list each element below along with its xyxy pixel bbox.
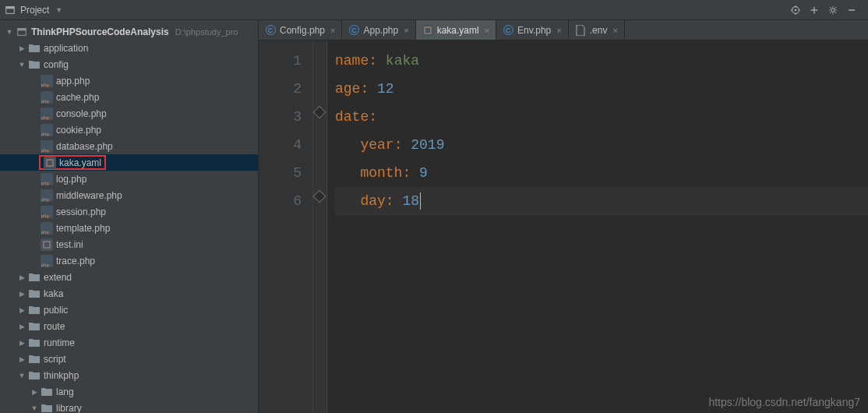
tree-file[interactable]: cache.php — [0, 89, 258, 105]
project-tree: ▼ ThinkPHPSourceCodeAnalysis D:\phpstudy… — [0, 20, 258, 413]
tab-kaka-yaml[interactable]: kaka.yaml × — [416, 20, 496, 40]
php-class-icon: C — [503, 25, 513, 36]
code-line: date: — [335, 103, 868, 131]
php-class-icon: C — [348, 25, 359, 36]
folder-icon — [28, 369, 41, 382]
ini-file-icon — [41, 238, 53, 251]
tree-folder-thinkphp[interactable]: ▼thinkphp — [0, 367, 258, 383]
svg-point-3 — [795, 9, 797, 11]
tree-folder-kaka[interactable]: ▶kaka — [0, 285, 258, 302]
line-number: 4 — [259, 131, 302, 159]
chevron-down-icon[interactable]: ▼ — [17, 61, 26, 69]
chevron-right-icon[interactable]: ▶ — [17, 339, 26, 347]
tab-env-php[interactable]: C Env.php × — [496, 20, 569, 40]
folder-icon — [41, 386, 53, 398]
close-icon[interactable]: × — [485, 26, 489, 35]
tree-file[interactable]: template.php — [0, 220, 258, 236]
tree-file[interactable]: trace.php — [0, 252, 258, 269]
close-icon[interactable]: × — [404, 26, 408, 35]
tree-file[interactable]: cookie.php — [0, 122, 258, 138]
close-icon[interactable]: × — [612, 26, 617, 35]
tree-folder-extend[interactable]: ▶extend — [0, 269, 258, 285]
tree-file[interactable]: database.php — [0, 138, 258, 154]
tree-folder-application[interactable]: ▶ application — [0, 40, 258, 56]
tree-folder-runtime[interactable]: ▶runtime — [0, 334, 258, 351]
tree-file[interactable]: log.php — [0, 171, 258, 187]
code-line-current: day: 18 — [335, 187, 868, 215]
code-content[interactable]: name: kaka age: 12 date: year: 2019 mont… — [327, 41, 868, 413]
tree-folder-public[interactable]: ▶public — [0, 302, 258, 318]
chevron-down-icon[interactable]: ▼ — [30, 404, 39, 412]
folder-icon — [28, 337, 41, 349]
editor-tabs: C Config.php × C App.php × kaka.yaml × C… — [259, 20, 868, 41]
chevron-right-icon[interactable]: ▶ — [17, 44, 26, 52]
php-file-icon — [41, 91, 53, 104]
tree-folder-route[interactable]: ▶route — [0, 318, 258, 334]
php-file-icon — [41, 173, 53, 185]
code-line: year: 2019 — [335, 131, 868, 159]
target-icon[interactable] — [790, 5, 801, 16]
svg-point-10 — [831, 8, 834, 11]
watermark: https://blog.csdn.net/fangkang7 — [708, 396, 860, 408]
code-line: month: 9 — [335, 159, 868, 187]
project-icon — [5, 5, 16, 16]
folder-icon — [28, 288, 41, 300]
line-number: 3 — [259, 103, 302, 131]
project-toolbar: Project ▼ — [0, 0, 868, 20]
php-file-icon — [41, 206, 53, 218]
fold-marker-icon[interactable] — [313, 106, 326, 119]
highlighted-selection: kaka.yaml — [39, 155, 106, 170]
chevron-right-icon[interactable]: ▶ — [17, 355, 26, 363]
close-icon[interactable]: × — [330, 26, 335, 35]
tree-folder-library[interactable]: ▼library — [0, 400, 258, 413]
tree-folder-config[interactable]: ▼ config — [0, 56, 258, 72]
project-label[interactable]: Project — [20, 5, 49, 16]
chevron-right-icon[interactable]: ▶ — [17, 290, 26, 298]
folder-icon — [28, 304, 41, 316]
close-icon[interactable]: × — [556, 26, 561, 35]
tab-config[interactable]: C Config.php × — [259, 20, 342, 40]
code-line: age: 12 — [335, 75, 868, 103]
tree-file[interactable]: test.ini — [0, 236, 258, 252]
svg-rect-14 — [47, 160, 53, 166]
tree-file[interactable]: middleware.php — [0, 187, 258, 203]
tab-env[interactable]: .env × — [569, 20, 625, 40]
tree-file[interactable]: console.php — [0, 105, 258, 122]
php-class-icon: C — [265, 25, 276, 36]
project-sidebar[interactable]: ▼ ThinkPHPSourceCodeAnalysis D:\phpstudy… — [0, 20, 259, 413]
text-cursor — [420, 192, 421, 210]
folder-icon — [41, 402, 53, 414]
tree-root[interactable]: ▼ ThinkPHPSourceCodeAnalysis D:\phpstudy… — [0, 23, 258, 40]
tree-folder-lang[interactable]: ▶lang — [0, 383, 258, 400]
fold-marker-icon[interactable] — [313, 190, 326, 203]
chevron-right-icon[interactable]: ▶ — [30, 388, 39, 396]
tree-file[interactable]: app.php — [0, 72, 258, 89]
php-file-icon — [41, 140, 53, 153]
tree-file-kaka-yaml[interactable]: kaka.yaml — [0, 154, 258, 171]
chevron-down-icon[interactable]: ▼ — [17, 372, 26, 379]
tab-app[interactable]: C App.php × — [342, 20, 415, 40]
code-line: name: kaka — [335, 47, 868, 75]
hide-icon[interactable] — [846, 5, 857, 16]
line-number: 1 — [259, 47, 302, 75]
php-file-icon — [41, 108, 53, 120]
tree-folder-script[interactable]: ▶script — [0, 351, 258, 367]
collapse-icon[interactable] — [809, 5, 820, 16]
code-editor[interactable]: 1 2 3 4 5 6 name: kaka age: 12 date: yea… — [259, 41, 868, 413]
chevron-right-icon[interactable]: ▶ — [17, 323, 26, 330]
folder-icon — [28, 320, 41, 333]
gear-icon[interactable] — [827, 5, 838, 16]
chevron-right-icon[interactable]: ▶ — [17, 274, 26, 281]
tree-root-path: D:\phpstudy_pro — [175, 27, 238, 37]
svg-rect-16 — [425, 27, 431, 34]
svg-rect-15 — [44, 242, 50, 248]
tree-file[interactable]: session.php — [0, 203, 258, 220]
yaml-file-icon — [422, 25, 433, 36]
chevron-right-icon[interactable]: ▶ — [17, 306, 26, 314]
php-file-icon — [41, 189, 53, 202]
fold-gutter — [313, 41, 327, 413]
php-file-icon — [41, 222, 53, 235]
folder-icon — [28, 271, 41, 284]
project-dropdown-icon[interactable]: ▼ — [55, 6, 62, 14]
chevron-down-icon[interactable]: ▼ — [5, 28, 14, 36]
